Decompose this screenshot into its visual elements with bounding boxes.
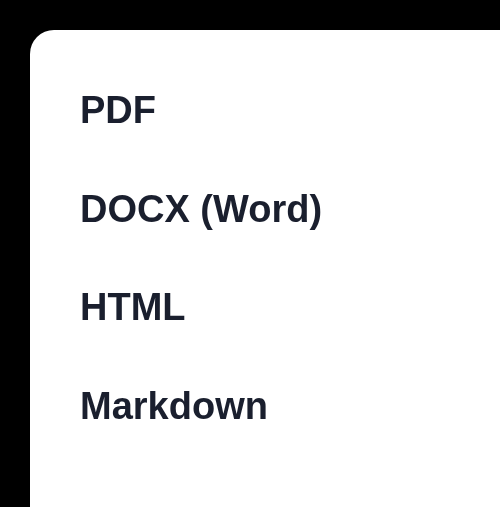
menu-item-label: Markdown: [80, 385, 268, 427]
menu-item-label: DOCX (Word): [80, 188, 322, 230]
menu-item-docx[interactable]: DOCX (Word): [80, 187, 450, 233]
menu-item-pdf[interactable]: PDF: [80, 88, 450, 134]
menu-item-label: PDF: [80, 89, 156, 131]
export-format-menu: PDF DOCX (Word) HTML Markdown: [30, 30, 500, 507]
menu-item-label: HTML: [80, 286, 186, 328]
menu-item-html[interactable]: HTML: [80, 285, 450, 331]
menu-item-markdown[interactable]: Markdown: [80, 384, 450, 430]
